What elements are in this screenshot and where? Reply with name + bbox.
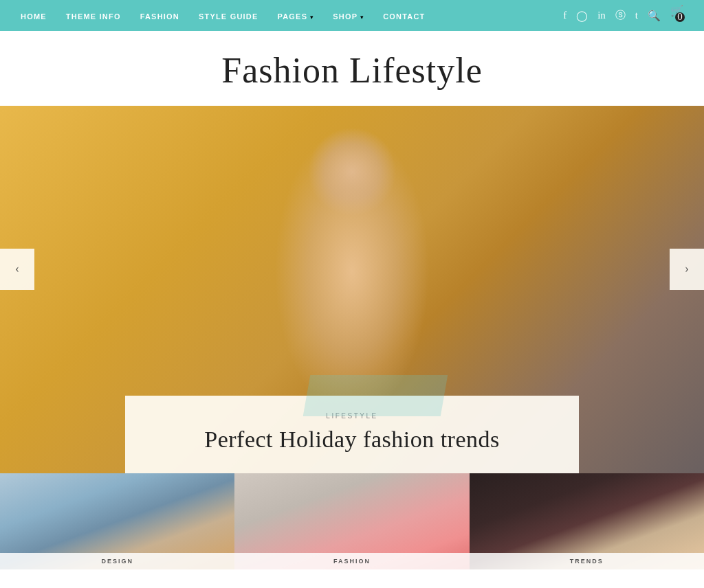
nav-link-theme-info[interactable]: Theme Info — [66, 12, 121, 21]
thumb-trends-label: Trends — [470, 553, 704, 569]
thumbnails-row: Design Fashion Trends — [0, 473, 704, 569]
logo-section: Fashion Lifestyle — [0, 31, 704, 106]
thumbnail-design[interactable]: Design — [0, 473, 234, 569]
nav-link-style-guide[interactable]: Style Guide — [199, 12, 258, 21]
hero-slider: ‹ › Lifestyle Perfect Holiday fashion tr… — [0, 106, 704, 473]
thumb-fashion-label: Fashion — [234, 553, 469, 569]
thumbnail-fashion[interactable]: Fashion — [234, 473, 469, 569]
main-navigation: Home Theme Info Fashion Style Guide Page… — [0, 0, 704, 31]
nav-item-fashion[interactable]: Fashion — [140, 10, 179, 22]
nav-link-shop[interactable]: Shop — [333, 12, 358, 21]
cart-badge: 0 — [675, 12, 685, 22]
slider-next-button[interactable]: › — [670, 249, 704, 290]
nav-icons: f ◯ in ⓢ t 🔍 🛒 0 — [563, 5, 683, 27]
linkedin-icon[interactable]: in — [597, 10, 606, 21]
pinterest-icon[interactable]: ⓢ — [615, 9, 626, 22]
nav-links: Home Theme Info Fashion Style Guide Page… — [21, 10, 426, 22]
hero-caption: Lifestyle Perfect Holiday fashion trends — [125, 396, 579, 473]
thumbnail-trends[interactable]: Trends — [470, 473, 704, 569]
slider-prev-button[interactable]: ‹ — [0, 249, 34, 290]
site-logo[interactable]: Fashion Lifestyle — [0, 50, 704, 91]
nav-item-style-guide[interactable]: Style Guide — [199, 10, 258, 22]
hero-title: Perfect Holiday fashion trends — [153, 427, 551, 453]
chevron-left-icon: ‹ — [15, 262, 19, 276]
nav-item-theme-info[interactable]: Theme Info — [66, 10, 121, 22]
twitter-icon[interactable]: t — [635, 10, 638, 21]
nav-item-home[interactable]: Home — [21, 10, 47, 22]
nav-link-pages[interactable]: Pages — [278, 12, 308, 21]
nav-link-contact[interactable]: Contact — [383, 12, 425, 21]
search-icon[interactable]: 🔍 — [648, 10, 661, 22]
nav-link-home[interactable]: Home — [21, 12, 47, 21]
hero-category: Lifestyle — [153, 412, 551, 420]
facebook-icon[interactable]: f — [563, 10, 566, 21]
nav-link-fashion[interactable]: Fashion — [140, 12, 179, 21]
nav-item-pages[interactable]: Pages — [278, 10, 314, 22]
chevron-right-icon: › — [685, 262, 689, 276]
thumb-design-label: Design — [0, 553, 234, 569]
instagram-icon[interactable]: ◯ — [576, 10, 588, 22]
nav-item-shop[interactable]: Shop — [333, 10, 364, 22]
nav-item-contact[interactable]: Contact — [383, 10, 425, 22]
cart-icon[interactable]: 🛒 0 — [670, 5, 683, 27]
